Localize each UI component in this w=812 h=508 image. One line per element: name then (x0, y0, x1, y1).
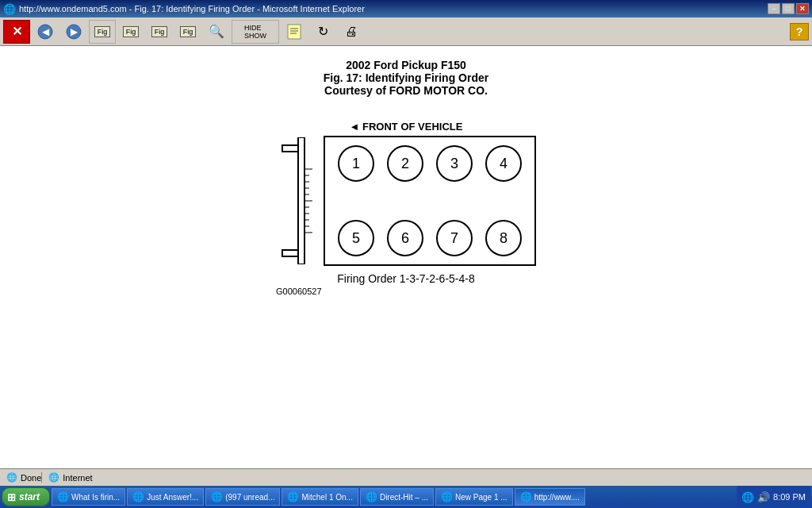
taskbar-icon-0: 🌐 (57, 491, 69, 502)
toolbar-fig4-btn[interactable]: Fig (174, 20, 201, 44)
taskbar-icon-6: 🌐 (520, 491, 532, 502)
maximize-btn[interactable]: □ (782, 3, 795, 14)
crank-shape (276, 137, 324, 264)
zone-icon: 🌐 (48, 472, 59, 483)
vehicle-title: 2002 Ford Pickup F150 (346, 59, 466, 71)
taskbar-label-1: Just Answer!... (147, 493, 198, 502)
cylinder-6: 6 (387, 220, 423, 256)
status-text: Done (21, 473, 41, 483)
taskbar-item-4[interactable]: 🌐 Direct-Hit – ... (360, 488, 434, 506)
engine-block: 1 2 3 4 5 6 7 8 (324, 136, 536, 266)
toolbar-find-btn[interactable]: 🔍 (203, 20, 230, 44)
tray-network-icon: 🌐 (741, 491, 754, 503)
svg-rect-8 (298, 137, 304, 264)
taskbar-label-4: Direct-Hit – ... (380, 493, 428, 502)
cylinder-2: 2 (387, 145, 423, 182)
engine-diagram: 1 2 3 4 5 6 7 8 (276, 136, 536, 266)
windows-logo: ⊞ (7, 491, 16, 503)
toolbar-fig2-btn[interactable]: Fig (117, 20, 144, 44)
taskbar-icon-4: 🌐 (366, 491, 377, 502)
cylinder-3: 3 (436, 145, 473, 182)
start-button[interactable]: ⊞ start (2, 487, 50, 506)
svg-text:▶: ▶ (71, 26, 79, 37)
minimize-btn[interactable]: – (768, 3, 780, 14)
toolbar-help-btn[interactable]: ? (790, 23, 809, 40)
internet-zone: 🌐 Internet (41, 472, 92, 483)
cylinder-8: 8 (485, 220, 522, 256)
taskbar-label-0: What Is firin... (71, 493, 120, 502)
system-tray: 🌐 🔊 8:09 PM (737, 486, 810, 508)
svg-rect-4 (288, 25, 301, 39)
status-icon: 🌐 (6, 472, 17, 483)
taskbar-item-2[interactable]: 🌐 (997 unread... (205, 488, 280, 506)
start-label: start (19, 491, 40, 502)
taskbar-item-5[interactable]: 🌐 New Page 1 ... (435, 488, 513, 506)
toolbar-print-btn[interactable]: 🖨 (338, 20, 365, 44)
firing-order-text: Firing Order 1-3-7-2-6-5-4-8 (337, 272, 475, 285)
cylinder-7: 7 (436, 220, 473, 256)
taskbar-label-5: New Page 1 ... (455, 493, 508, 502)
crank-svg (276, 137, 324, 264)
tray-time: 8:09 PM (773, 492, 806, 502)
fig-title: Fig. 17: Identifying Firing Order (324, 71, 488, 84)
taskbar-icon-1: 🌐 (132, 491, 144, 502)
taskbar-icon-2: 🌐 (211, 491, 223, 502)
tray-volume-icon: 🔊 (757, 491, 770, 503)
svg-rect-10 (282, 250, 298, 256)
title-bar-text: http://www.ondemand5.com - Fig. 17: Iden… (19, 4, 768, 13)
diagram-container: ◄ FRONT OF VEHICLE (276, 121, 536, 296)
front-label: ◄ FRONT OF VEHICLE (350, 121, 463, 133)
title-bar: 🌐 http://www.ondemand5.com - Fig. 17: Id… (0, 0, 812, 17)
toolbar-fig1-btn[interactable]: Fig (89, 20, 116, 44)
courtesy-text: Courtesy of FORD MOTOR CO. (324, 84, 488, 97)
taskbar-item-1[interactable]: 🌐 Just Answer!... (127, 488, 204, 506)
title-bar-icon: 🌐 (3, 3, 16, 15)
toolbar-fwd-btn[interactable]: ▶ (60, 20, 87, 44)
toolbar-rotate-btn[interactable]: ↻ (309, 20, 336, 44)
title-bar-controls: – □ ✕ (768, 3, 809, 14)
close-window-btn[interactable]: ✕ (796, 3, 809, 14)
toolbar-fig3-btn[interactable]: Fig (146, 20, 173, 44)
taskbar-icon-5: 🌐 (441, 491, 453, 502)
main-content: 2002 Ford Pickup F150 Fig. 17: Identifyi… (0, 46, 812, 468)
toolbar: ✕ ◀ ▶ Fig Fig Fig Fig 🔍 HIDESHOW (0, 17, 812, 46)
svg-text:◀: ◀ (42, 26, 50, 37)
toolbar-notes-btn[interactable] (281, 20, 308, 44)
taskbar-item-3[interactable]: 🌐 Mitchel 1 On... (282, 488, 358, 506)
taskbar-label-3: Mitchel 1 On... (301, 493, 352, 502)
cylinder-5: 5 (338, 220, 374, 256)
taskbar-item-0[interactable]: 🌐 What Is firin... (52, 488, 125, 506)
toolbar-back-btn[interactable]: ◀ (32, 20, 59, 44)
taskbar-label-6: http://www.... (534, 493, 580, 502)
taskbar: ⊞ start 🌐 What Is firin... 🌐 Just Answer… (0, 486, 812, 508)
cylinder-4: 4 (485, 145, 522, 182)
taskbar-icon-3: 🌐 (287, 491, 299, 502)
toolbar-close-btn[interactable]: ✕ (3, 20, 30, 44)
svg-rect-9 (282, 145, 298, 152)
status-bar: 🌐 Done 🌐 Internet (0, 468, 812, 486)
toolbar-hideshow-btn[interactable]: HIDESHOW (232, 20, 279, 44)
part-number: G00060527 (276, 287, 322, 296)
taskbar-item-6[interactable]: 🌐 http://www.... (515, 488, 585, 506)
taskbar-label-2: (997 unread... (225, 493, 274, 502)
zone-label: Internet (63, 473, 92, 483)
cylinder-1: 1 (338, 145, 374, 182)
